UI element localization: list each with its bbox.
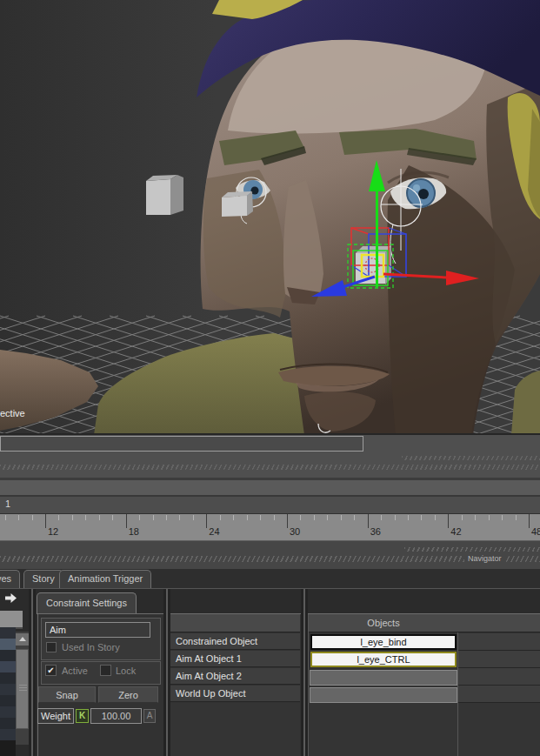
table-row[interactable]: [458, 651, 540, 668]
tabs-underline: [0, 588, 540, 589]
ruler-tick: [381, 515, 382, 520]
ruler-tick: [300, 515, 301, 520]
navigator-tree-row[interactable]: [0, 684, 16, 695]
playback-range-slider[interactable]: [0, 436, 363, 452]
zero-button[interactable]: Zero: [98, 686, 158, 703]
table-row[interactable]: [458, 686, 540, 703]
ruler-tick: [435, 515, 436, 520]
ruler-tick: [179, 515, 180, 520]
constraint-slot-row[interactable]: Aim At Object 2: [170, 668, 300, 685]
navigator-tree-row[interactable]: [0, 672, 16, 684]
panel-grip[interactable]: [404, 547, 540, 552]
ruler-tick: [126, 514, 127, 528]
object-field-empty[interactable]: [310, 687, 457, 703]
timeline-frame-label: 48: [531, 526, 540, 537]
ruler-tick: [274, 515, 275, 520]
ruler-tick: [153, 515, 154, 520]
navigator-strip: [0, 541, 540, 569]
weight-label-box: Weight: [37, 708, 74, 724]
ruler-tick: [516, 515, 517, 520]
timeline-frame-label: 42: [450, 526, 461, 537]
scroll-up-button[interactable]: [16, 633, 29, 646]
panel-grip[interactable]: [0, 556, 540, 562]
ruler-tick: [502, 515, 503, 520]
used-in-story-checkbox[interactable]: [46, 642, 57, 652]
timeline-frame-label: 30: [290, 526, 300, 537]
ruler-tick: [166, 515, 167, 520]
tab-story[interactable]: Story: [23, 570, 63, 588]
table-header-blank: [170, 614, 300, 632]
frame-indicator-bar[interactable]: 1: [0, 495, 540, 513]
panel-grip[interactable]: [0, 465, 540, 470]
ruler-tick: [368, 514, 369, 528]
ruler-tick: [72, 515, 73, 520]
navigator-tree-row[interactable]: [0, 650, 16, 661]
navigator-tree-row[interactable]: [0, 695, 16, 706]
ruler-tick: [45, 514, 46, 528]
active-checkbox[interactable]: ✔: [45, 665, 57, 676]
table-filler: [458, 703, 540, 756]
ruler-tick: [112, 515, 113, 520]
viewport-3d[interactable]: [0, 0, 540, 435]
tab-animation-trigger[interactable]: Animation Trigger: [59, 570, 151, 588]
tree-scrollbar[interactable]: [16, 632, 29, 745]
ruler-tick: [193, 515, 194, 520]
weight-key-button[interactable]: K: [76, 709, 89, 723]
ruler-tick: [260, 515, 261, 520]
ruler-tick: [395, 515, 396, 520]
navigator-tree-row[interactable]: [0, 639, 16, 650]
object-field-empty[interactable]: [310, 670, 457, 686]
object-field[interactable]: l_eye_CTRL: [310, 652, 457, 667]
snap-button[interactable]: Snap: [38, 686, 96, 703]
cube-object-left[interactable]: [146, 175, 183, 215]
constraint-slot-row[interactable]: Aim At Object 1: [170, 651, 300, 667]
constraint-name-field[interactable]: Aim: [45, 622, 150, 638]
panel-splitter[interactable]: [301, 589, 308, 756]
ruler-tick: [489, 515, 490, 520]
ruler-tick: [206, 514, 207, 528]
table-row[interactable]: [458, 633, 540, 651]
ruler-tick: [99, 515, 100, 520]
scrollbar-thumb[interactable]: [16, 649, 29, 729]
ruler-tick: [421, 515, 422, 520]
ruler-tick: [354, 515, 355, 520]
tab-constraint-settings[interactable]: Constraint Settings: [37, 592, 137, 614]
panel-splitter[interactable]: [163, 589, 170, 756]
constraint-slot-row[interactable]: Constrained Object: [170, 633, 300, 650]
panel-grip[interactable]: [402, 456, 540, 460]
cube-object-mid[interactable]: [222, 191, 253, 217]
timeline-frame-label: 36: [370, 526, 381, 537]
lock-label: Lock: [116, 666, 136, 676]
lock-checkbox[interactable]: [100, 665, 111, 676]
expand-arrow-icon[interactable]: [5, 592, 17, 604]
scroll-up-icon: [19, 637, 26, 641]
ruler-tick: [139, 515, 140, 520]
navigator-tree-row[interactable]: [0, 706, 16, 718]
weight-anim-button[interactable]: A: [143, 709, 156, 723]
ruler-tick: [314, 515, 315, 520]
time-ruler[interactable]: 12182430364248: [0, 513, 540, 541]
constraint-slot-row[interactable]: World Up Object: [170, 686, 300, 702]
ruler-tick: [341, 515, 342, 520]
panel-splitter[interactable]: [29, 589, 36, 756]
tabs-row: ves Story Animation Trigger: [0, 569, 540, 588]
tab-curves[interactable]: ves: [0, 570, 20, 588]
ruler-tick: [462, 515, 463, 520]
navigator-tree-row[interactable]: [0, 661, 16, 672]
scrollbar-grip-icon: [19, 685, 27, 692]
navigator-tree-row[interactable]: [0, 718, 16, 729]
weight-value-field[interactable]: 100.00: [90, 708, 142, 724]
ruler-tick: [529, 514, 530, 528]
navigator-tree-row[interactable]: [0, 729, 16, 740]
ruler-tick: [448, 514, 449, 528]
ruler-tick: [475, 515, 476, 520]
navigator-tree-row[interactable]: [0, 627, 16, 639]
table-row[interactable]: [458, 668, 540, 686]
used-in-story-label: Used In Story: [62, 642, 120, 652]
active-label: Active: [62, 666, 88, 676]
ruler-tick: [247, 515, 248, 520]
object-field[interactable]: l_eye_bind: [310, 634, 457, 650]
ruler-tick: [327, 515, 328, 520]
ruler-tick: [287, 514, 288, 528]
current-frame-label: 1: [5, 498, 10, 509]
